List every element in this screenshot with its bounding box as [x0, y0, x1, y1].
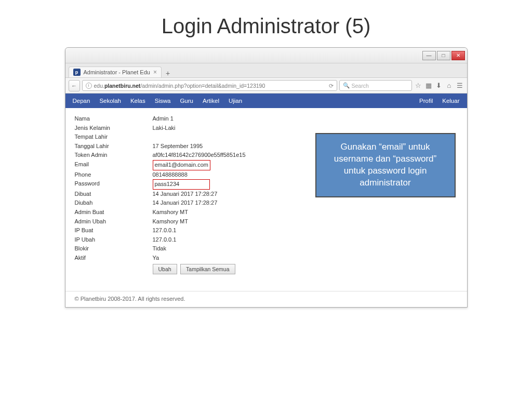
tab-title: Administrator - Planet Edu: [84, 69, 150, 75]
nav-keluar[interactable]: Keluar: [442, 98, 459, 104]
detail-value: email1@domain.com: [153, 160, 211, 170]
detail-value: Laki-Laki: [153, 124, 176, 133]
detail-value: 127.0.0.1: [153, 226, 177, 235]
nav-guru[interactable]: Guru: [180, 98, 193, 104]
highlighted-value: email1@domain.com: [153, 160, 211, 170]
browser-window: — □ ✕ p Administrator - Planet Edu × + ←…: [65, 47, 468, 308]
favicon-icon: p: [73, 69, 81, 76]
detail-value: af0fc14f81642c276900e55ff5851e15: [153, 151, 246, 160]
detail-row: NamaAdmin 1: [75, 114, 458, 124]
tab-close-icon[interactable]: ×: [153, 69, 157, 76]
footer-text: © Planetbiru 2008-2017. All rights reser…: [65, 295, 467, 307]
library-icon[interactable]: ▦: [424, 82, 433, 89]
detail-row: BlokirTidak: [75, 244, 458, 254]
menu-icon[interactable]: ☰: [456, 82, 464, 89]
detail-label: Admin Ubah: [75, 217, 153, 227]
detail-value: Kamshory MT: [153, 217, 188, 227]
detail-value: 14 Januari 2017 17:28:27: [153, 198, 218, 208]
nav-siswa[interactable]: Siswa: [155, 98, 171, 104]
highlighted-value: pass1234: [153, 179, 210, 190]
detail-label: Tempat Lahir: [75, 132, 153, 142]
new-tab-button[interactable]: +: [162, 69, 174, 77]
detail-value: Ya: [153, 254, 159, 263]
detail-value: Tidak: [153, 244, 167, 254]
window-close-button[interactable]: ✕: [451, 51, 465, 60]
search-field[interactable]: 🔍 Search: [339, 80, 412, 91]
detail-label: Nama: [75, 114, 153, 124]
browser-tab-row: p Administrator - Planet Edu × +: [65, 63, 467, 78]
detail-value: Kamshory MT: [153, 208, 188, 217]
detail-label: Password: [75, 179, 153, 190]
browser-tab[interactable]: p Administrator - Planet Edu ×: [69, 66, 162, 77]
detail-value: 08148888888: [153, 170, 188, 180]
window-title-bar: — □ ✕: [65, 48, 467, 63]
detail-label: Dibuat: [75, 190, 153, 199]
back-button[interactable]: ←: [69, 80, 80, 91]
url-text: edu.planetbiru.net/admin/admin.php?optio…: [94, 83, 327, 89]
detail-label: Jenis Kelamin: [75, 124, 153, 133]
address-bar[interactable]: i edu.planetbiru.net/admin/admin.php?opt…: [82, 80, 337, 91]
detail-row: IP Ubah127.0.0.1: [75, 235, 458, 245]
detail-row: IP Buat127.0.0.1: [75, 226, 458, 235]
nav-profil[interactable]: Profil: [419, 98, 433, 104]
window-minimize-button[interactable]: —: [422, 51, 436, 60]
show-all-button[interactable]: Tampilkan Semua: [180, 264, 235, 274]
edit-button[interactable]: Ubah: [153, 264, 177, 274]
refresh-icon[interactable]: ⟳: [329, 83, 334, 89]
nav-sekolah[interactable]: Sekolah: [99, 98, 121, 104]
home-icon[interactable]: ⌂: [445, 82, 454, 89]
footer-divider: [65, 291, 467, 291]
detail-value: pass1234: [153, 179, 210, 190]
detail-row: Admin BuatKamshory MT: [75, 208, 458, 217]
content-area: NamaAdmin 1Jenis KelaminLaki-LakiTempat …: [65, 108, 467, 285]
instruction-callout: Gunakan “email” untuk username dan “pass…: [315, 133, 456, 197]
detail-label: Admin Buat: [75, 208, 153, 217]
site-nav: Depan Sekolah Kelas Siswa Guru Artikel U…: [65, 94, 467, 108]
detail-label: Diubah: [75, 198, 153, 208]
detail-label: Blokir: [75, 244, 153, 254]
detail-row: AktifYa: [75, 254, 458, 263]
slide-title: Login Administrator (5): [0, 0, 532, 47]
search-icon: 🔍: [343, 82, 350, 89]
nav-artikel[interactable]: Artikel: [203, 98, 219, 104]
browser-toolbar: ← i edu.planetbiru.net/admin/admin.php?o…: [65, 78, 467, 94]
detail-label: Aktif: [75, 254, 153, 263]
detail-label: Token Admin: [75, 151, 153, 160]
detail-value: Admin 1: [153, 114, 174, 124]
bookmark-icon[interactable]: ☆: [414, 82, 422, 89]
action-buttons: Ubah Tampilkan Semua: [153, 264, 458, 274]
detail-value: 14 Januari 2017 17:28:27: [153, 190, 218, 199]
detail-label: Phone: [75, 170, 153, 180]
detail-value: 17 September 1995: [153, 142, 203, 151]
search-placeholder: Search: [352, 83, 369, 89]
detail-label: Tanggal Lahir: [75, 142, 153, 151]
detail-row: Admin UbahKamshory MT: [75, 217, 458, 227]
detail-row: Jenis KelaminLaki-Laki: [75, 124, 458, 133]
download-icon[interactable]: ⬇: [435, 82, 443, 89]
detail-label: IP Buat: [75, 226, 153, 235]
nav-ujian[interactable]: Ujian: [229, 98, 242, 104]
detail-row: Diubah14 Januari 2017 17:28:27: [75, 198, 458, 208]
detail-label: IP Ubah: [75, 235, 153, 245]
detail-label: Email: [75, 160, 153, 170]
window-maximize-button[interactable]: □: [437, 51, 450, 60]
site-info-icon[interactable]: i: [86, 83, 92, 89]
nav-kelas[interactable]: Kelas: [130, 98, 145, 104]
nav-depan[interactable]: Depan: [73, 98, 90, 104]
detail-value: 127.0.0.1: [153, 235, 177, 245]
